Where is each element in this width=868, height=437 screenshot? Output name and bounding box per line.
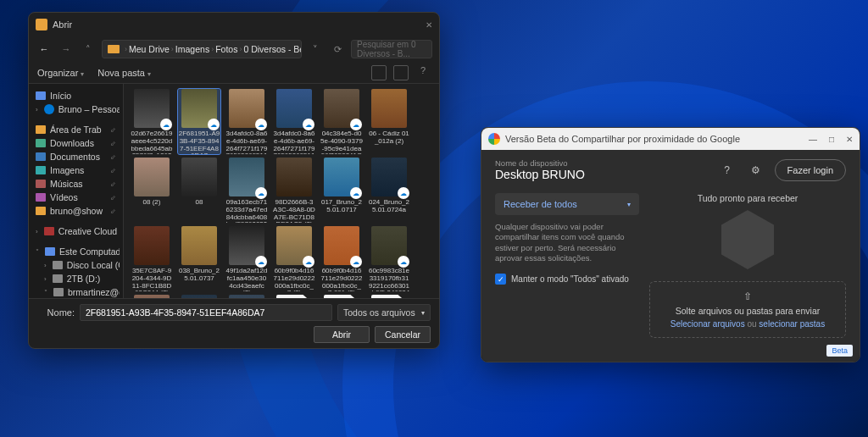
file-thumbnail[interactable]: 35E7C8AF-9204-4344-9D11-8FC1B8D68C844 (2…	[131, 226, 173, 291]
cloud-icon: ☁	[303, 119, 314, 130]
gear-icon[interactable]: ⚙	[746, 160, 766, 180]
dropdown-icon[interactable]: ˅	[307, 41, 324, 58]
sidebar-item-label: 2TB (D:)	[67, 274, 101, 284]
cloud-icon: ☁	[350, 256, 362, 268]
sidebar-item-label: Creative Cloud F	[58, 226, 120, 236]
file-caption: 35E7C8AF-9204-4344-9D11-8FC1B8D68C844 (2…	[131, 268, 173, 291]
file-caption: 08 (2)	[131, 199, 173, 207]
cloud-icon: ☁	[398, 256, 409, 268]
dialog-footer: Nome: Todos os arquivos▾ Abrir Cancelar	[29, 298, 439, 348]
file-thumbnail[interactable]: ☁61aa4b02569ef8019f3f3c54443cf545e0713fa…	[131, 295, 173, 298]
sidebar-creative-cloud[interactable]: ›Creative Cloud F	[32, 224, 120, 238]
file-caption: 017_Bruno_25.01.0717	[320, 199, 363, 214]
file-thumbnail[interactable]: ☁024_Bruno_25.01.0724a	[368, 158, 410, 223]
file-thumbnail[interactable]: 78CC7C52-EB85-42B4-9586-B1D7A42ACD8D (2)	[225, 295, 268, 298]
keep-all-checkbox[interactable]: ✓ Manter o modo "Todos" ativado	[495, 274, 639, 285]
sidebar-item-label: Início	[50, 91, 71, 101]
cancel-button[interactable]: Cancelar	[375, 326, 431, 343]
file-thumbnail[interactable]: 08 (2)	[131, 158, 173, 223]
sidebar-item[interactable]: Documentos⇙	[32, 150, 120, 163]
sidebar-item[interactable]: Músicas⇙	[32, 177, 120, 191]
back-button[interactable]: ←	[36, 41, 53, 58]
sidebar-item-label: Bruno – Pessoal	[58, 104, 120, 114]
crumb-fotos[interactable]: Fotos	[215, 44, 237, 54]
file-thumbnail[interactable]: ☁09a163ecb716233d7a47ed84dcbba6408bcd597…	[225, 158, 268, 223]
cloud-icon: ☁	[208, 119, 220, 130]
file-thumbnail[interactable]: 98D2666B-3A3C-48A8-0DA7E-BC71D8DE2AC5 (2…	[273, 158, 315, 223]
sidebar-drive[interactable]: ›Disco Local (C:	[41, 258, 120, 272]
file-thumbnail[interactable]: 038_Bruno_25.01.0737	[178, 226, 220, 291]
crumb-meu-drive[interactable]: Meu Drive	[129, 44, 170, 54]
filter-label: Todos os arquivos	[343, 307, 415, 318]
help-button[interactable]: ?	[415, 65, 431, 80]
file-thumbnail[interactable]: ☁02d67e26619aeee4c5220dbbeda6645ab8576f7…	[131, 89, 173, 154]
sidebar-item-label: Área de Trab	[50, 124, 102, 135]
minimize-button[interactable]: —	[809, 135, 817, 144]
search-input[interactable]: Pesquisar em 0 Diversos - B...	[351, 40, 432, 58]
sidebar-onedrive[interactable]: ›Bruno – Pessoal	[32, 102, 120, 116]
sidebar-item-label: Documentos	[50, 152, 100, 162]
login-button[interactable]: Fazer login	[775, 159, 846, 181]
sidebar-drive[interactable]: ˅brmartinez@g	[41, 285, 120, 298]
select-folders-link[interactable]: selecionar pastas	[759, 319, 825, 329]
file-caption: 60b9f0b4d16711e29d0222000a1fbc0c_7 (2)	[273, 268, 315, 291]
titlebar: Versão Beta do Compartilhar por proximid…	[481, 128, 860, 150]
file-caption: 06 - Cádiz 01_012a (2)	[368, 130, 410, 146]
file-thumbnail[interactable]: ☁60b9f0b4d16711e29d0222000a1fbc0c_7-001 …	[320, 226, 363, 291]
view-list-button[interactable]	[393, 65, 409, 80]
sidebar-item-label: brmartinez@g	[68, 287, 120, 297]
close-icon[interactable]: ✕	[426, 20, 432, 30]
checkbox-icon: ✓	[495, 274, 506, 285]
sidebar-item[interactable]: Imagens⇙	[32, 163, 120, 177]
sidebar-drive[interactable]: ›2TB (D:)	[41, 272, 120, 285]
cloud-icon: ☁	[255, 119, 267, 130]
refresh-button[interactable]: ⟳	[329, 41, 346, 58]
file-caption: 09a163ecb716233d7a47ed84dcbba6408bcd5976…	[225, 199, 268, 223]
maximize-button[interactable]: □	[829, 135, 834, 144]
sidebar-home[interactable]: Início	[32, 89, 120, 102]
folder-icon	[108, 45, 120, 53]
open-button[interactable]: Abrir	[314, 326, 370, 343]
new-folder-menu[interactable]: Nova pasta	[97, 68, 151, 78]
checkbox-label: Manter o modo "Todos" ativado	[511, 274, 629, 284]
file-thumbnail[interactable]: ☁3d4afdc0-8a6e-4d6b-ae69-264f7271f179765…	[273, 89, 315, 154]
forward-button[interactable]: →	[58, 41, 75, 58]
file-thumbnail[interactable]: 06 - Cádiz 01_012a (2)	[368, 89, 410, 154]
file-caption: 08	[178, 199, 220, 207]
file-thumbnail[interactable]: ☁017_Bruno_25.01.0717	[320, 158, 363, 223]
receive-from-select[interactable]: Receber de todos▾	[495, 193, 639, 215]
organize-menu[interactable]: Organizar	[37, 68, 84, 78]
file-thumbnail[interactable]: ☁49f1da2af12dfc1aa450e304cd43eaefc (2)	[225, 226, 268, 291]
sidebar-item[interactable]: Vídeos⇙	[32, 191, 120, 204]
sidebar-item-label: bruno@show	[50, 206, 103, 216]
file-thumbnail[interactable]: ☁2F681951-A93B-4F35-8947-51EEF4A86DA7	[178, 89, 220, 154]
breadcrumb[interactable]: › Meu Drive › Imagens › Fotos › 0 Divers…	[102, 40, 302, 58]
view-icons-button[interactable]	[371, 65, 387, 80]
file-caption: 038_Bruno_25.01.0737	[178, 268, 220, 283]
close-button[interactable]: ✕	[846, 135, 853, 144]
sidebar-item-label: Este Computado	[59, 246, 120, 257]
file-thumbnail[interactable]: 74DB7A5D-0E25-466B-8AB5-8D5BD895F5E5 (2)	[178, 295, 220, 298]
filename-input[interactable]	[80, 304, 332, 321]
file-thumbnail[interactable]: 08	[178, 158, 220, 223]
google-icon	[488, 133, 500, 145]
hexagon-icon	[721, 210, 774, 269]
sidebar-item[interactable]: bruno@show⇙	[32, 204, 120, 218]
file-thumbnail[interactable]: ☁3d4afdc0-8a6e-4d6b-ae69-264f7271f179765…	[225, 89, 268, 154]
file-thumbnail[interactable]: ☁60b9f0b4d16711e29d0222000a1fbc0c_7 (2)	[273, 226, 315, 291]
drop-text: Solte arquivos ou pastas para enviar	[657, 306, 838, 316]
crumb-diversos[interactable]: 0 Diversos - Best Shots	[243, 44, 302, 54]
sidebar-item[interactable]: Área de Trab⇙	[32, 123, 120, 136]
help-icon[interactable]: ?	[717, 160, 737, 180]
file-caption: 3d4afdc0-8a6e-4d6b-ae69-264f7271f1797656…	[273, 130, 315, 154]
sidebar-item[interactable]: Downloads⇙	[32, 136, 120, 150]
file-grid: ☁02d67e26619aeee4c5220dbbeda6645ab8576f7…	[124, 84, 439, 298]
sidebar-this-pc[interactable]: ˅Este Computado	[32, 245, 120, 258]
file-thumbnail[interactable]: ☁04c384e5-d05e-4090-9379-95c9e41dea96f39…	[320, 89, 363, 154]
drop-zone[interactable]: ⇧ Solte arquivos ou pastas para enviar S…	[649, 281, 846, 338]
up-button[interactable]: ˄	[80, 41, 97, 58]
crumb-imagens[interactable]: Imagens	[175, 44, 209, 54]
select-files-link[interactable]: Selecionar arquivos	[670, 319, 745, 329]
file-thumbnail[interactable]: ☁60c9983c81e3319170fb319221cc66301cb97b3…	[368, 226, 410, 291]
filter-select[interactable]: Todos os arquivos▾	[337, 304, 431, 321]
